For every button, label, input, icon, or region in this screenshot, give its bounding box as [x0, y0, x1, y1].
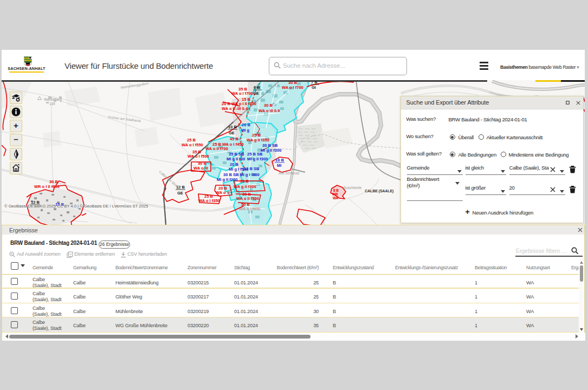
svg-text:WA o III: WA o III: [193, 166, 208, 171]
svg-text:30 B: 30 B: [49, 179, 58, 184]
svg-text:CALBE (SAALE): CALBE (SAALE): [365, 188, 394, 193]
svg-text:10 B: 10 B: [228, 125, 237, 129]
svg-text:45 B: 45 B: [230, 136, 238, 141]
svg-text:WA o I f350: WA o I f350: [198, 198, 220, 203]
svg-text:WA g II f350: WA g II f350: [247, 138, 269, 142]
svg-text:30 B: 30 B: [264, 103, 273, 108]
svg-text:20 B WA o I II f850: 20 B WA o I II f850: [222, 101, 256, 106]
svg-text:WA o I f550: WA o I f550: [182, 142, 203, 147]
svg-text:MI: MI: [277, 163, 281, 168]
svg-text:Alte Schleuse: Alte Schleuse: [279, 171, 300, 175]
svg-text:WA o I f850: WA o I f850: [239, 206, 261, 211]
svg-text:WR o I II f600: WR o I II f600: [34, 184, 60, 189]
svg-text:WA g II f300: WA g II f300: [234, 184, 256, 189]
svg-text:WA o I f500: WA o I f500: [188, 154, 209, 159]
svg-text:WA o V: WA o V: [216, 190, 230, 195]
svg-text:MI g II f30: MI g II f30: [227, 157, 245, 161]
svg-text:30 B: 30 B: [198, 161, 206, 166]
svg-text:Wartenberggraben: Wartenberggraben: [120, 81, 149, 90]
svg-text:MI g II f300: MI g II f300: [261, 148, 281, 153]
svg-text:WA o III 0.9: WA o III 0.9: [259, 108, 280, 113]
svg-text:25 B SB: 25 B SB: [247, 152, 263, 157]
svg-text:139: 139: [49, 102, 55, 106]
svg-text:WA o I f700: WA o I f700: [231, 91, 253, 96]
svg-text:WR: WR: [332, 192, 338, 196]
svg-text:WA o I f700: WA o I f700: [282, 85, 303, 90]
svg-text:30 B SB: 30 B SB: [262, 143, 278, 148]
svg-text:8 B: 8 B: [333, 188, 339, 192]
svg-text:25 B: 25 B: [252, 133, 261, 138]
svg-text:25 B: 25 B: [187, 138, 196, 142]
svg-text:30 B SB MI g I f800: 30 B SB MI g I f800: [223, 172, 260, 177]
svg-text:GI: GI: [312, 85, 316, 90]
svg-text:GE: GE: [177, 191, 183, 196]
svg-text:MI g II f300: MI g II f300: [247, 157, 268, 161]
svg-text:WA: WA: [333, 196, 339, 200]
svg-text:WA o II f700: WA o II f700: [205, 146, 228, 151]
svg-text:GE: GE: [229, 131, 235, 135]
svg-text:12 B SB: 12 B SB: [244, 166, 260, 171]
svg-text:6 B: 6 B: [254, 85, 260, 90]
svg-text:GE: GE: [253, 91, 259, 96]
svg-text:30 B: 30 B: [240, 179, 249, 184]
svg-text:35 B SB: 35 B SB: [229, 152, 244, 157]
svg-text:WA o II -III 0.4: WA o II -III 0.4: [222, 106, 248, 111]
svg-text:20 B: 20 B: [242, 122, 250, 127]
svg-text:Grohen am Saalkanal: Grohen am Saalkanal: [108, 115, 141, 122]
svg-text:MI g II f200: MI g II f200: [217, 177, 237, 182]
svg-text:Buschbreite: Buschbreite: [344, 186, 362, 190]
svg-text:10 B: 10 B: [275, 158, 284, 162]
svg-text:MI g: MI g: [241, 128, 249, 133]
svg-text:WA o II f500: WA o II f500: [236, 196, 259, 201]
svg-text:20 B: 20 B: [230, 162, 238, 167]
